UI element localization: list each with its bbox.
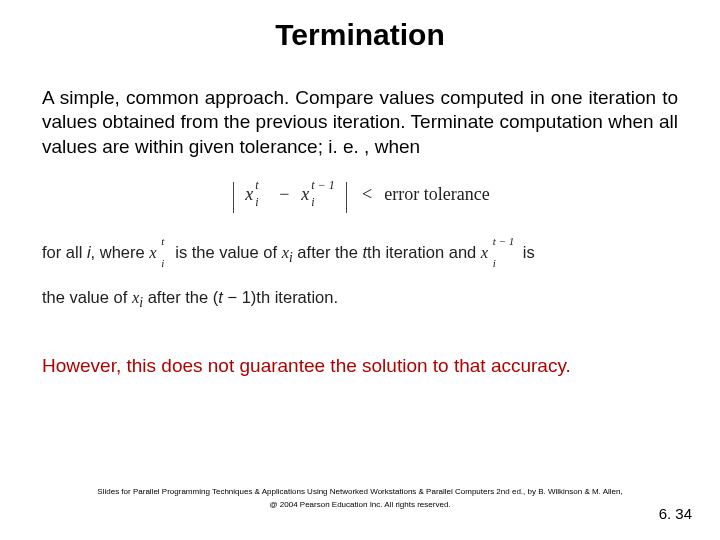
line2-lead: the value of bbox=[42, 288, 132, 306]
sub-i-inline: i bbox=[161, 249, 164, 278]
x-i-t-inline: xti bbox=[149, 232, 170, 275]
page-number: 6. 34 bbox=[659, 505, 692, 522]
minus-op: − bbox=[275, 184, 293, 205]
slide: Termination A simple, common approach. C… bbox=[0, 0, 720, 540]
close-iter: )th iteration. bbox=[251, 288, 338, 306]
abs-close: | bbox=[343, 181, 350, 208]
x-i-t1-inline: xt − 1i bbox=[481, 232, 518, 275]
explain-lead: for all bbox=[42, 243, 87, 261]
formula-block: | x t i − x t − 1 i | < error tolerance bbox=[0, 159, 720, 225]
sub-i-inline2: i bbox=[493, 249, 496, 278]
is-value-of: is the value of bbox=[171, 243, 282, 261]
footer-line-2: @ 2004 Pearson Education Inc. All rights… bbox=[0, 498, 720, 512]
xi-inline: xi bbox=[282, 243, 293, 262]
sub-i-2: i bbox=[311, 195, 314, 210]
is-end: is bbox=[518, 243, 535, 261]
var-x-inline: x bbox=[149, 243, 156, 262]
after-the: after the bbox=[293, 243, 363, 261]
error-tolerance: error tolerance bbox=[384, 184, 489, 205]
xi-var: x bbox=[282, 243, 289, 262]
explain-where: , where bbox=[91, 243, 150, 261]
less-than: < bbox=[356, 184, 378, 205]
minus-sym: − bbox=[223, 288, 242, 306]
explain-block: for all i, where xti is the value of xi … bbox=[0, 225, 720, 321]
body-paragraph: A simple, common approach. Compare value… bbox=[0, 52, 720, 159]
x-t: x t i bbox=[243, 184, 255, 205]
th-iter-and: th iteration and bbox=[367, 243, 481, 261]
footer-line-1: Slides for Parallel Programming Techniqu… bbox=[0, 485, 720, 499]
conclusion-text: However, this does not guarantee the sol… bbox=[0, 321, 720, 377]
footer: Slides for Parallel Programming Techniqu… bbox=[0, 485, 720, 512]
sup-t: t bbox=[255, 178, 258, 193]
one: 1 bbox=[242, 288, 251, 306]
termination-formula: | x t i − x t − 1 i | < error tolerance bbox=[230, 181, 489, 208]
var-x: x bbox=[245, 184, 253, 204]
sup-t1-inline: t − 1 bbox=[493, 227, 514, 256]
x-t-1: x t − 1 i bbox=[299, 184, 311, 205]
after-the-2: after the ( bbox=[143, 288, 218, 306]
var-x-2: x bbox=[301, 184, 309, 204]
abs-open: | bbox=[230, 181, 237, 208]
var-x-inline2: x bbox=[481, 243, 488, 262]
slide-title: Termination bbox=[0, 0, 720, 52]
sub-i: i bbox=[255, 195, 258, 210]
xi-inline2: xi bbox=[132, 288, 143, 307]
sup-t-1: t − 1 bbox=[311, 178, 334, 193]
